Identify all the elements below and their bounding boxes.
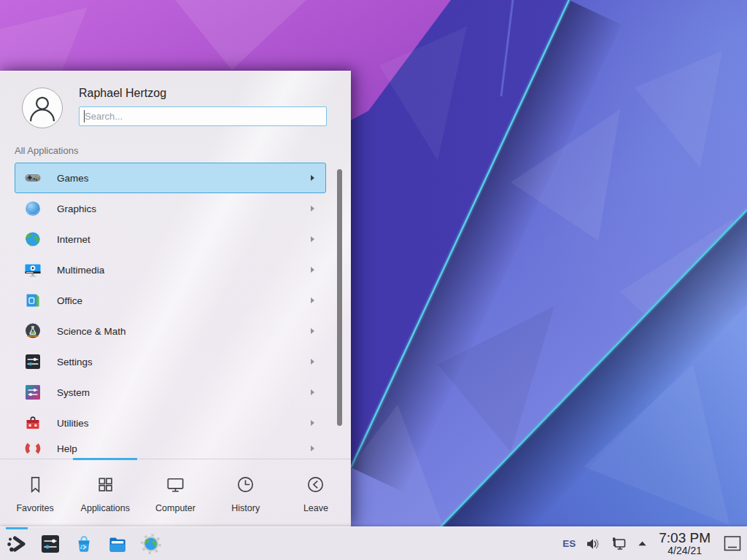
network-icon[interactable] [611, 535, 627, 552]
app-category-graphics[interactable]: Graphics [15, 193, 326, 224]
discover-bag-button[interactable] [67, 527, 101, 560]
expand-tray-icon[interactable] [637, 538, 648, 549]
app-category-label: Office [57, 295, 311, 306]
task-launchers [0, 527, 168, 560]
tab-applications[interactable]: Applications [70, 459, 140, 526]
submenu-arrow-icon [311, 446, 314, 451]
kickoff-menu: Raphael Hertzog All Applications GamesGr… [0, 71, 351, 526]
submenu-arrow-icon [311, 359, 314, 365]
active-task-indicator [6, 527, 28, 529]
show-desktop-button[interactable] [721, 527, 743, 560]
submenu-arrow-icon [311, 328, 314, 334]
submenu-arrow-icon [311, 420, 314, 426]
app-category-multimedia[interactable]: Multimedia [15, 254, 326, 285]
desktop: Raphael Hertzog All Applications GamesGr… [0, 0, 747, 560]
submenu-arrow-icon [311, 267, 314, 273]
submenu-arrow-icon [311, 175, 314, 181]
kickoff-launcher-button[interactable] [0, 527, 34, 560]
clock-icon [234, 473, 257, 499]
tab-label: Computer [155, 503, 196, 513]
avatar[interactable] [22, 88, 63, 128]
section-label: All Applications [15, 145, 78, 156]
active-tab-indicator [73, 458, 137, 460]
app-category-label: Graphics [57, 203, 311, 214]
app-category-label: Help [57, 443, 311, 454]
tab-label: History [231, 503, 260, 513]
tab-favorites[interactable]: Favorites [0, 459, 70, 526]
system-sliders-icon [24, 384, 42, 401]
kickoff-launcher-icon [5, 532, 28, 556]
settings-sliders-icon [24, 353, 42, 370]
discover-bag-icon [72, 532, 96, 556]
submenu-arrow-icon [311, 389, 314, 395]
app-category-games[interactable]: Games [15, 163, 326, 193]
tab-history[interactable]: History [211, 459, 281, 526]
leave-icon [304, 473, 327, 499]
search-input[interactable] [79, 106, 327, 126]
tab-label: Favorites [16, 503, 53, 513]
tab-computer[interactable]: Computer [140, 459, 210, 526]
graphics-ball-icon [24, 200, 42, 217]
app-category-utilities[interactable]: Utilities [15, 408, 326, 438]
taskbar-panel: ES 7:03 PM 4/ [0, 526, 747, 560]
clock-time: 7:03 PM [659, 531, 711, 545]
system-settings-button[interactable] [34, 527, 67, 560]
monitor-icon [164, 473, 187, 499]
dolphin-folder-icon [106, 532, 129, 556]
science-flask-icon [24, 322, 42, 340]
app-category-system[interactable]: System [15, 377, 326, 408]
clock-date: 4/24/21 [667, 545, 702, 556]
app-category-label: Utilities [57, 418, 311, 429]
keyboard-layout-indicator[interactable]: ES [562, 538, 576, 549]
konqueror-globe-icon [139, 532, 163, 556]
app-category-label: Science & Math [57, 326, 311, 337]
office-document-icon [24, 292, 42, 309]
app-category-office[interactable]: Office [15, 285, 326, 316]
dolphin-folder-button[interactable] [101, 527, 134, 560]
search-field-wrap [79, 106, 327, 126]
app-category-science-math[interactable]: Science & Math [15, 316, 326, 346]
user-icon [23, 88, 62, 128]
submenu-arrow-icon [311, 206, 314, 211]
volume-icon[interactable] [585, 536, 601, 552]
multimedia-monitor-icon [24, 261, 42, 279]
app-category-label: Multimedia [57, 265, 311, 276]
application-category-list: GamesGraphicsInternetMultimediaOfficeSci… [15, 163, 326, 459]
app-category-label: Internet [57, 234, 311, 245]
kickoff-header: Raphael Hertzog [0, 71, 351, 144]
bookmark-icon [24, 473, 47, 499]
user-name: Raphael Hertzog [79, 87, 166, 100]
show-desktop-icon [723, 534, 742, 553]
system-settings-icon [39, 532, 62, 556]
app-category-label: Settings [57, 357, 311, 368]
submenu-arrow-icon [311, 298, 314, 303]
gamepad-icon [24, 169, 42, 187]
app-category-label: System [57, 387, 311, 398]
app-category-internet[interactable]: Internet [15, 224, 326, 254]
app-category-help[interactable]: Help [15, 438, 326, 459]
digital-clock[interactable]: 7:03 PM 4/24/21 [657, 531, 712, 556]
tab-label: Leave [303, 503, 328, 513]
konqueror-globe-button[interactable] [134, 527, 168, 560]
help-lifebuoy-icon [24, 440, 42, 457]
app-category-label: Games [57, 173, 311, 184]
system-tray: ES 7:03 PM 4/ [562, 527, 747, 560]
scrollbar-thumb[interactable] [337, 169, 342, 426]
text-cursor [84, 110, 85, 122]
globe-icon [24, 230, 42, 248]
grid-icon [94, 473, 117, 499]
kickoff-tab-bar: FavoritesApplicationsComputerHistoryLeav… [0, 459, 351, 526]
app-category-settings[interactable]: Settings [15, 346, 326, 377]
submenu-arrow-icon [311, 236, 314, 242]
tab-label: Applications [81, 503, 130, 513]
utilities-toolbox-icon [24, 414, 42, 432]
tab-leave[interactable]: Leave [281, 459, 351, 526]
